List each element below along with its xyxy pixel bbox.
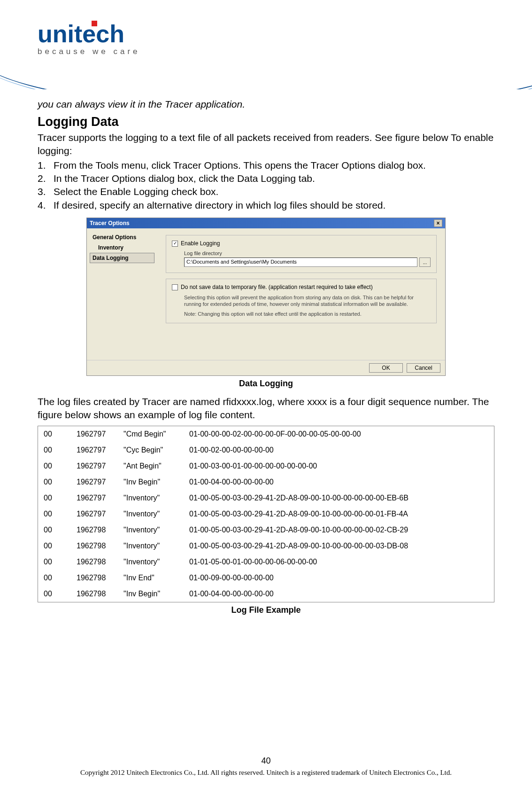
table-cell: 00 xyxy=(38,506,71,522)
table-cell: 1962797 xyxy=(71,474,118,490)
list-item: 2.In the Tracer Options dialog box, clic… xyxy=(38,172,494,185)
sidebar-item-data-logging[interactable]: Data Logging xyxy=(90,253,154,263)
swoosh-icon xyxy=(0,56,532,89)
log-file-example: 001962797"Cmd Begin"01-00-00-00-02-00-00… xyxy=(38,426,494,602)
dialog-titlebar: Tracer Options × xyxy=(87,218,445,228)
table-cell: 1962798 xyxy=(71,538,118,554)
table-cell: 1962798 xyxy=(71,570,118,586)
table-cell: "Inv Begin" xyxy=(118,474,184,490)
table-cell: "Inv End" xyxy=(118,570,184,586)
table-row: 001962798"Inv End"01-00-09-00-00-00-00-0… xyxy=(38,570,494,586)
table-cell: 01-00-03-00-01-00-00-00-00-00-00-00 xyxy=(184,458,494,474)
temp-note-text: Selecting this option will prevent the a… xyxy=(184,294,431,308)
dialog-main-panel: ✓ Enable Logging Log file directory C:\D… xyxy=(157,228,445,360)
log-description-text: The log files created by Tracer are name… xyxy=(38,395,494,422)
sidebar-item-inventory[interactable]: Inventory xyxy=(90,242,154,253)
do-not-save-temp-checkbox[interactable] xyxy=(172,284,178,290)
table-cell: 01-00-04-00-00-00-00-00 xyxy=(184,586,494,602)
table-cell: 01-00-09-00-00-00-00-00 xyxy=(184,570,494,586)
table-cell: "Cmd Begin" xyxy=(118,426,184,442)
table-row: 001962798"Inv Begin"01-00-04-00-00-00-00… xyxy=(38,586,494,602)
sidebar-item-general-options[interactable]: General Options xyxy=(90,232,154,242)
table-cell: 01-00-05-00-03-00-29-41-2D-A8-09-00-10-0… xyxy=(184,522,494,538)
page-number: 40 xyxy=(0,756,532,766)
table-row: 001962797"Cmd Begin"01-00-00-00-02-00-00… xyxy=(38,426,494,442)
page-content: you can always view it in the Tracer app… xyxy=(0,99,532,615)
table-row: 001962798"Inventory"01-01-05-00-01-00-00… xyxy=(38,554,494,570)
dialog-sidebar: General Options Inventory Data Logging xyxy=(87,228,157,360)
table-cell: "Ant Begin" xyxy=(118,458,184,474)
enable-logging-checkbox[interactable]: ✓ xyxy=(172,241,178,247)
table-cell: 01-01-05-00-01-00-00-00-06-00-00-00 xyxy=(184,554,494,570)
table-row: 001962797"Inv Begin"01-00-04-00-00-00-00… xyxy=(38,474,494,490)
do-not-save-temp-label: Do not save data to temporary file. (app… xyxy=(181,284,373,290)
table-cell: 00 xyxy=(38,586,71,602)
table-row: 001962797"Inventory"01-00-05-00-03-00-29… xyxy=(38,490,494,506)
table-row: 001962797"Inventory"01-00-05-00-03-00-29… xyxy=(38,506,494,522)
table-cell: 00 xyxy=(38,554,71,570)
dialog-footer: OK Cancel xyxy=(87,360,445,375)
table-cell: 01-00-05-00-03-00-29-41-2D-A8-09-00-10-0… xyxy=(184,490,494,506)
check-icon: ✓ xyxy=(173,241,177,246)
lead-text: you can always view it in the Tracer app… xyxy=(38,99,494,110)
table-cell: 00 xyxy=(38,538,71,554)
dialog-title: Tracer Options xyxy=(90,220,130,226)
table-cell: 1962797 xyxy=(71,506,118,522)
table-row: 001962797"Ant Begin"01-00-03-00-01-00-00… xyxy=(38,458,494,474)
table-cell: 1962798 xyxy=(71,586,118,602)
browse-button[interactable]: ... xyxy=(419,257,431,267)
table-cell: 00 xyxy=(38,570,71,586)
table-cell: 00 xyxy=(38,442,71,458)
table-cell: "Inventory" xyxy=(118,506,184,522)
table-cell: 00 xyxy=(38,522,71,538)
log-dir-input[interactable]: C:\Documents and Settings\user\My Docume… xyxy=(184,257,417,267)
table-cell: "Inventory" xyxy=(118,538,184,554)
enable-logging-panel: ✓ Enable Logging Log file directory C:\D… xyxy=(166,235,437,273)
logo-dot-icon xyxy=(92,21,97,26)
table-cell: 01-00-05-00-03-00-29-41-2D-A8-09-00-10-0… xyxy=(184,538,494,554)
table-cell: "Cyc Begin" xyxy=(118,442,184,458)
table-cell: 00 xyxy=(38,490,71,506)
table-row: 001962797"Cyc Begin"01-00-02-00-00-00-00… xyxy=(38,442,494,458)
table-cell: 01-00-02-00-00-00-00-00 xyxy=(184,442,494,458)
list-item: 4.If desired, specify an alternative dir… xyxy=(38,199,494,212)
figure-caption-data-logging: Data Logging xyxy=(38,379,494,389)
brand-logo: unitech because we care xyxy=(38,20,140,56)
cancel-button[interactable]: Cancel xyxy=(407,363,440,373)
table-cell: "Inventory" xyxy=(118,522,184,538)
table-cell: 1962797 xyxy=(71,458,118,474)
table-cell: 1962798 xyxy=(71,554,118,570)
tracer-options-dialog: Tracer Options × General Options Invento… xyxy=(86,218,446,376)
page-header: unitech because we care xyxy=(0,0,532,89)
table-cell: 01-00-04-00-00-00-00-00 xyxy=(184,474,494,490)
close-icon: × xyxy=(436,220,439,226)
table-cell: "Inventory" xyxy=(118,554,184,570)
figure-caption-log-file: Log File Example xyxy=(38,605,494,615)
table-cell: 01-00-00-00-02-00-00-00-0F-00-00-00-05-0… xyxy=(184,426,494,442)
log-table: 001962797"Cmd Begin"01-00-00-00-02-00-00… xyxy=(38,426,494,602)
table-cell: 00 xyxy=(38,474,71,490)
enable-logging-label: Enable Logging xyxy=(181,240,220,247)
list-item: 3.Select the Enable Logging check box. xyxy=(38,185,494,198)
table-cell: 01-00-05-00-03-00-29-41-2D-A8-09-00-10-0… xyxy=(184,506,494,522)
table-row: 001962798"Inventory"01-00-05-00-03-00-29… xyxy=(38,522,494,538)
ok-button[interactable]: OK xyxy=(369,363,403,373)
logo-text: unitech xyxy=(38,20,140,48)
intro-text: Tracer supports the logging to a text fi… xyxy=(38,131,494,158)
log-dir-label: Log file directory xyxy=(184,250,431,256)
close-button[interactable]: × xyxy=(434,219,442,227)
copyright-text: Copyright 2012 Unitech Electronics Co., … xyxy=(0,769,532,777)
page-footer: 40 Copyright 2012 Unitech Electronics Co… xyxy=(0,756,532,777)
table-row: 001962798"Inventory"01-00-05-00-03-00-29… xyxy=(38,538,494,554)
table-cell: 1962797 xyxy=(71,490,118,506)
table-cell: 1962798 xyxy=(71,522,118,538)
table-cell: 1962797 xyxy=(71,442,118,458)
list-item: 1.From the Tools menu, click Tracer Opti… xyxy=(38,159,494,172)
table-cell: "Inv Begin" xyxy=(118,586,184,602)
table-cell: 1962797 xyxy=(71,426,118,442)
table-cell: 00 xyxy=(38,426,71,442)
section-heading: Logging Data xyxy=(38,115,494,129)
table-cell: "Inventory" xyxy=(118,490,184,506)
step-list: 1.From the Tools menu, click Tracer Opti… xyxy=(38,159,494,212)
table-cell: 00 xyxy=(38,458,71,474)
